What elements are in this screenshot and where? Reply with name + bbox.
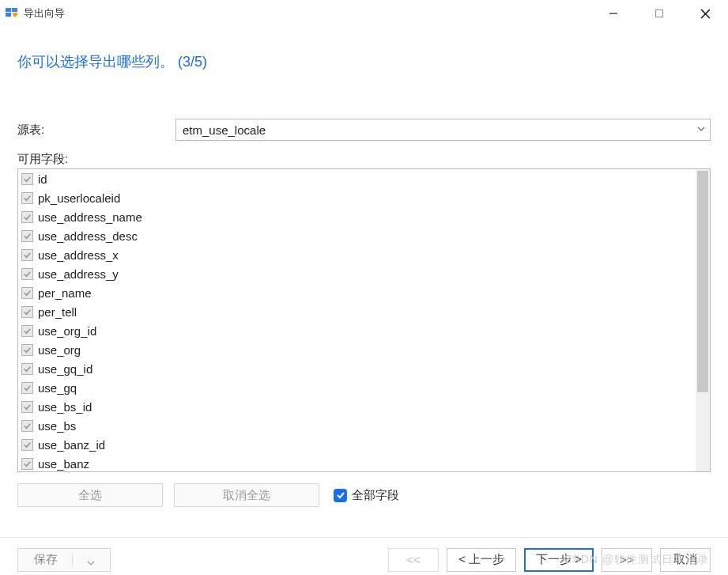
source-label: 源表: <box>17 123 175 138</box>
source-select-value: etm_use_locale <box>183 123 266 137</box>
field-name: use_bs <box>38 419 76 433</box>
scrollbar-thumb[interactable] <box>697 171 708 392</box>
checkbox-icon[interactable] <box>21 363 33 375</box>
app-icon <box>5 6 19 21</box>
list-item[interactable]: use_bs <box>18 416 696 435</box>
list-item[interactable]: use_address_name <box>18 207 696 226</box>
page-heading: 你可以选择导出哪些列。 (3/5) <box>17 52 711 71</box>
svg-rect-0 <box>6 8 11 12</box>
window-title: 导出向导 <box>24 6 65 21</box>
checkbox-icon[interactable] <box>21 382 33 394</box>
checkbox-checked-icon <box>334 489 347 502</box>
svg-rect-4 <box>656 10 663 17</box>
list-item[interactable]: use_gq_id <box>18 359 696 378</box>
checkbox-icon[interactable] <box>21 287 33 299</box>
deselect-all-button[interactable]: 取消全选 <box>174 483 319 507</box>
source-row: 源表: etm_use_locale <box>17 119 711 141</box>
list-item[interactable]: use_org_id <box>18 321 696 340</box>
source-select[interactable]: etm_use_locale <box>175 119 711 141</box>
select-all-button[interactable]: 全选 <box>17 483 163 507</box>
field-name: use_bs_id <box>38 400 92 414</box>
field-name: use_address_desc <box>38 229 138 243</box>
checkbox-icon[interactable] <box>21 325 33 337</box>
save-label: 保存 <box>34 552 58 567</box>
source-select-wrap: etm_use_locale <box>175 119 711 141</box>
list-item[interactable]: use_address_y <box>18 264 696 283</box>
fields-label: 可用字段: <box>17 152 711 167</box>
last-button[interactable]: >> <box>602 548 652 572</box>
list-item[interactable]: per_name <box>18 283 696 302</box>
list-item[interactable]: use_banz_id <box>18 435 696 454</box>
list-item[interactable]: id <box>18 169 696 188</box>
prev-button[interactable]: < 上一步 <box>447 548 516 572</box>
checkbox-icon[interactable] <box>21 420 33 432</box>
field-name: use_org <box>38 343 81 357</box>
list-item[interactable]: use_gq <box>18 378 696 397</box>
checkbox-icon[interactable] <box>21 458 33 470</box>
content: 你可以选择导出哪些列。 (3/5) 源表: etm_use_locale 可用字… <box>0 27 728 507</box>
all-fields-toggle[interactable]: 全部字段 <box>334 488 399 503</box>
field-name: use_banz <box>38 457 89 471</box>
cancel-button[interactable]: 取消 <box>660 548 711 572</box>
checkbox-icon[interactable] <box>21 401 33 413</box>
chevron-down-icon <box>87 556 95 564</box>
list-item[interactable]: use_org <box>18 340 696 359</box>
field-name: use_address_y <box>38 267 119 281</box>
selection-buttons: 全选 取消全选 全部字段 <box>17 483 711 507</box>
minimize-button[interactable] <box>590 0 636 27</box>
field-name: use_banz_id <box>38 438 105 452</box>
checkbox-icon[interactable] <box>21 439 33 451</box>
field-name: use_gq_id <box>38 362 92 376</box>
next-button[interactable]: 下一步 > <box>524 548 594 572</box>
bottom-bar: 保存 << < 上一步 下一步 > >> 取消 <box>0 537 728 575</box>
prev-label: < 上一步 <box>458 552 504 567</box>
fields-listbox: idpk_userlocaleiduse_address_nameuse_add… <box>17 168 711 472</box>
first-button[interactable]: << <box>388 548 439 572</box>
maximize-button[interactable] <box>636 0 682 27</box>
scrollbar[interactable] <box>696 169 710 471</box>
checkbox-icon[interactable] <box>21 173 33 185</box>
field-name: per_name <box>38 286 92 300</box>
list-item[interactable]: pk_userlocaleid <box>18 188 696 207</box>
field-name: use_address_name <box>38 210 142 224</box>
checkbox-icon[interactable] <box>21 211 33 223</box>
list-item[interactable]: use_bs_id <box>18 397 696 416</box>
field-name: use_address_x <box>38 248 119 262</box>
next-label: 下一步 > <box>536 552 582 567</box>
cancel-label: 取消 <box>673 552 697 567</box>
close-button[interactable] <box>682 0 728 27</box>
checkbox-icon[interactable] <box>21 230 33 242</box>
checkbox-icon[interactable] <box>21 249 33 261</box>
svg-rect-2 <box>6 13 11 17</box>
list-item[interactable]: use_banz <box>18 454 696 471</box>
checkbox-icon[interactable] <box>21 344 33 356</box>
svg-rect-1 <box>12 8 17 12</box>
save-button[interactable]: 保存 <box>17 548 111 572</box>
select-all-label: 全选 <box>78 488 102 503</box>
field-name: id <box>38 172 47 186</box>
checkbox-icon[interactable] <box>21 306 33 318</box>
deselect-all-label: 取消全选 <box>223 488 270 503</box>
list-item[interactable]: per_tell <box>18 302 696 321</box>
last-label: >> <box>620 553 634 566</box>
all-fields-label: 全部字段 <box>352 488 399 503</box>
field-name: pk_userlocaleid <box>38 191 120 205</box>
checkbox-icon[interactable] <box>21 192 33 204</box>
list-item[interactable]: use_address_x <box>18 245 696 264</box>
divider <box>72 553 73 567</box>
field-name: use_gq <box>38 381 77 395</box>
field-name: use_org_id <box>38 324 96 338</box>
list-item[interactable]: use_address_desc <box>18 226 696 245</box>
fields-list-inner[interactable]: idpk_userlocaleiduse_address_nameuse_add… <box>18 169 696 471</box>
checkbox-icon[interactable] <box>21 268 33 280</box>
first-label: << <box>406 553 421 566</box>
titlebar: 导出向导 <box>0 0 728 27</box>
field-name: per_tell <box>38 305 77 319</box>
